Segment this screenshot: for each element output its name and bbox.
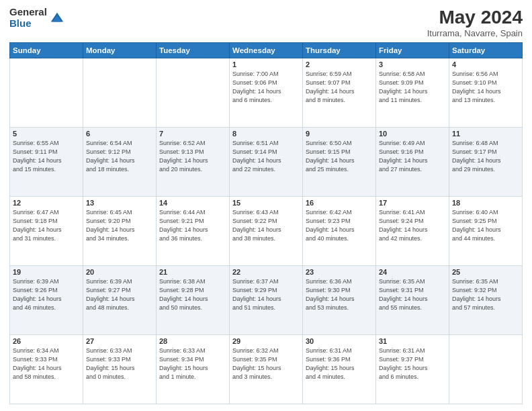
day-number: 15 xyxy=(232,199,300,207)
day-number: 8 xyxy=(232,130,300,138)
calendar-cell: 30Sunrise: 6:31 AM Sunset: 9:36 PM Dayli… xyxy=(303,335,376,404)
day-number: 24 xyxy=(379,268,446,276)
day-detail: Sunrise: 6:51 AM Sunset: 9:14 PM Dayligh… xyxy=(232,139,300,174)
day-number: 5 xyxy=(13,130,80,138)
calendar-cell: 19Sunrise: 6:39 AM Sunset: 9:26 PM Dayli… xyxy=(10,266,83,335)
day-detail: Sunrise: 6:31 AM Sunset: 9:37 PM Dayligh… xyxy=(379,347,446,381)
calendar-cell: 26Sunrise: 6:34 AM Sunset: 9:33 PM Dayli… xyxy=(10,335,83,404)
calendar-cell xyxy=(83,58,157,128)
day-detail: Sunrise: 6:45 AM Sunset: 9:20 PM Dayligh… xyxy=(86,208,153,243)
day-number: 12 xyxy=(13,199,80,207)
day-number: 23 xyxy=(306,268,373,276)
day-detail: Sunrise: 6:44 AM Sunset: 9:21 PM Dayligh… xyxy=(159,208,226,243)
calendar-cell: 16Sunrise: 6:42 AM Sunset: 9:23 PM Dayli… xyxy=(303,197,376,266)
day-number: 20 xyxy=(86,268,153,276)
logo-blue: Blue xyxy=(9,18,47,30)
calendar-cell: 31Sunrise: 6:31 AM Sunset: 9:37 PM Dayli… xyxy=(376,335,449,404)
day-detail: Sunrise: 6:42 AM Sunset: 9:23 PM Dayligh… xyxy=(306,208,373,243)
day-number: 13 xyxy=(86,199,153,207)
header-row: Sunday Monday Tuesday Wednesday Thursday… xyxy=(10,43,523,58)
calendar-cell: 13Sunrise: 6:45 AM Sunset: 9:20 PM Dayli… xyxy=(83,197,157,266)
calendar-cell: 28Sunrise: 6:33 AM Sunset: 9:34 PM Dayli… xyxy=(157,335,230,404)
calendar-cell: 14Sunrise: 6:44 AM Sunset: 9:21 PM Dayli… xyxy=(157,197,230,266)
day-detail: Sunrise: 6:39 AM Sunset: 9:26 PM Dayligh… xyxy=(13,277,80,312)
main-title: May 2024 xyxy=(427,7,523,28)
day-detail: Sunrise: 6:56 AM Sunset: 9:10 PM Dayligh… xyxy=(452,70,519,105)
day-number: 4 xyxy=(452,60,519,68)
calendar-cell: 11Sunrise: 6:48 AM Sunset: 9:17 PM Dayli… xyxy=(449,128,523,197)
page-header: General Blue May 2024 Iturrama, Navarre,… xyxy=(9,7,523,38)
day-number: 11 xyxy=(452,130,519,138)
day-number: 29 xyxy=(232,337,300,345)
day-detail: Sunrise: 6:59 AM Sunset: 9:07 PM Dayligh… xyxy=(306,70,373,105)
day-detail: Sunrise: 6:40 AM Sunset: 9:25 PM Dayligh… xyxy=(452,208,519,243)
day-number: 16 xyxy=(306,199,373,207)
header-saturday: Saturday xyxy=(449,43,523,58)
calendar-cell: 8Sunrise: 6:51 AM Sunset: 9:14 PM Daylig… xyxy=(230,128,303,197)
header-sunday: Sunday xyxy=(10,43,83,58)
day-detail: Sunrise: 6:38 AM Sunset: 9:28 PM Dayligh… xyxy=(159,277,226,312)
day-number: 7 xyxy=(159,130,226,138)
day-detail: Sunrise: 6:34 AM Sunset: 9:33 PM Dayligh… xyxy=(13,347,80,381)
calendar-cell: 22Sunrise: 6:37 AM Sunset: 9:29 PM Dayli… xyxy=(230,266,303,335)
header-thursday: Thursday xyxy=(303,43,376,58)
calendar-cell xyxy=(10,58,83,128)
week-row-0: 1Sunrise: 7:00 AM Sunset: 9:06 PM Daylig… xyxy=(10,58,523,128)
day-detail: Sunrise: 6:31 AM Sunset: 9:36 PM Dayligh… xyxy=(306,347,373,381)
day-detail: Sunrise: 6:32 AM Sunset: 9:35 PM Dayligh… xyxy=(232,347,300,381)
calendar-cell: 18Sunrise: 6:40 AM Sunset: 9:25 PM Dayli… xyxy=(449,197,523,266)
calendar-cell: 15Sunrise: 6:43 AM Sunset: 9:22 PM Dayli… xyxy=(230,197,303,266)
logo: General Blue xyxy=(9,7,64,29)
day-number: 21 xyxy=(159,268,226,276)
day-number: 10 xyxy=(379,130,446,138)
calendar-cell: 23Sunrise: 6:36 AM Sunset: 9:30 PM Dayli… xyxy=(303,266,376,335)
header-wednesday: Wednesday xyxy=(230,43,303,58)
header-tuesday: Tuesday xyxy=(157,43,230,58)
day-detail: Sunrise: 6:48 AM Sunset: 9:17 PM Dayligh… xyxy=(452,139,519,174)
day-detail: Sunrise: 6:47 AM Sunset: 9:18 PM Dayligh… xyxy=(13,208,80,243)
day-number: 9 xyxy=(306,130,373,138)
day-number: 28 xyxy=(159,337,226,345)
day-number: 3 xyxy=(379,60,446,68)
day-detail: Sunrise: 6:55 AM Sunset: 9:11 PM Dayligh… xyxy=(13,139,80,174)
week-row-3: 19Sunrise: 6:39 AM Sunset: 9:26 PM Dayli… xyxy=(10,266,523,335)
day-detail: Sunrise: 6:54 AM Sunset: 9:12 PM Dayligh… xyxy=(86,139,153,174)
week-row-1: 5Sunrise: 6:55 AM Sunset: 9:11 PM Daylig… xyxy=(10,128,523,197)
day-detail: Sunrise: 6:37 AM Sunset: 9:29 PM Dayligh… xyxy=(232,277,300,312)
day-detail: Sunrise: 6:35 AM Sunset: 9:31 PM Dayligh… xyxy=(379,277,446,312)
calendar-cell: 27Sunrise: 6:33 AM Sunset: 9:33 PM Dayli… xyxy=(83,335,157,404)
subtitle: Iturrama, Navarre, Spain xyxy=(427,28,523,38)
day-number: 18 xyxy=(452,199,519,207)
day-detail: Sunrise: 6:35 AM Sunset: 9:32 PM Dayligh… xyxy=(452,277,519,312)
calendar-cell xyxy=(449,335,523,404)
day-detail: Sunrise: 6:33 AM Sunset: 9:33 PM Dayligh… xyxy=(86,347,153,381)
calendar-cell: 4Sunrise: 6:56 AM Sunset: 9:10 PM Daylig… xyxy=(449,58,523,128)
calendar-cell: 21Sunrise: 6:38 AM Sunset: 9:28 PM Dayli… xyxy=(157,266,230,335)
day-detail: Sunrise: 6:39 AM Sunset: 9:27 PM Dayligh… xyxy=(86,277,153,312)
day-number: 26 xyxy=(13,337,80,345)
calendar-cell: 17Sunrise: 6:41 AM Sunset: 9:24 PM Dayli… xyxy=(376,197,449,266)
day-number: 14 xyxy=(159,199,226,207)
calendar-cell: 3Sunrise: 6:58 AM Sunset: 9:09 PM Daylig… xyxy=(376,58,449,128)
day-number: 1 xyxy=(232,60,300,68)
calendar-cell: 7Sunrise: 6:52 AM Sunset: 9:13 PM Daylig… xyxy=(157,128,230,197)
day-detail: Sunrise: 6:52 AM Sunset: 9:13 PM Dayligh… xyxy=(159,139,226,174)
header-monday: Monday xyxy=(83,43,157,58)
calendar-cell: 9Sunrise: 6:50 AM Sunset: 9:15 PM Daylig… xyxy=(303,128,376,197)
calendar-cell: 24Sunrise: 6:35 AM Sunset: 9:31 PM Dayli… xyxy=(376,266,449,335)
week-row-4: 26Sunrise: 6:34 AM Sunset: 9:33 PM Dayli… xyxy=(10,335,523,404)
day-number: 2 xyxy=(306,60,373,68)
calendar-cell: 25Sunrise: 6:35 AM Sunset: 9:32 PM Dayli… xyxy=(449,266,523,335)
day-detail: Sunrise: 6:49 AM Sunset: 9:16 PM Dayligh… xyxy=(379,139,446,174)
day-number: 19 xyxy=(13,268,80,276)
calendar-cell: 2Sunrise: 6:59 AM Sunset: 9:07 PM Daylig… xyxy=(303,58,376,128)
day-detail: Sunrise: 6:43 AM Sunset: 9:22 PM Dayligh… xyxy=(232,208,300,243)
day-detail: Sunrise: 6:58 AM Sunset: 9:09 PM Dayligh… xyxy=(379,70,446,105)
day-detail: Sunrise: 6:50 AM Sunset: 9:15 PM Dayligh… xyxy=(306,139,373,174)
calendar-table: Sunday Monday Tuesday Wednesday Thursday… xyxy=(9,42,523,404)
day-number: 30 xyxy=(306,337,373,345)
day-detail: Sunrise: 6:41 AM Sunset: 9:24 PM Dayligh… xyxy=(379,208,446,243)
logo-general: General xyxy=(9,7,47,18)
day-number: 31 xyxy=(379,337,446,345)
day-detail: Sunrise: 6:33 AM Sunset: 9:34 PM Dayligh… xyxy=(159,347,226,381)
